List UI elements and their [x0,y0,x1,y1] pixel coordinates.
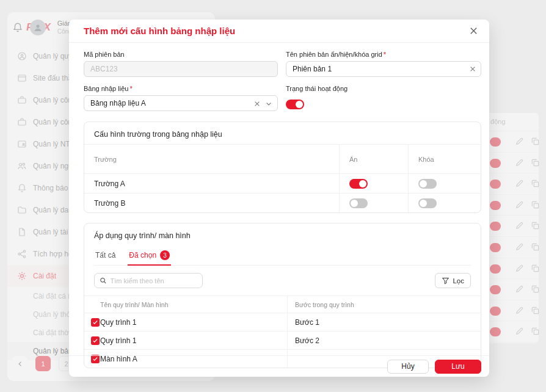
pagination-page-1[interactable]: 1 [35,356,51,371]
edit-icon[interactable] [515,285,524,294]
folder-icon [17,205,27,215]
locked-toggle[interactable] [418,179,437,189]
modal-them-moi-cau-hinh: Thêm mới cấu hình bảng nhập liệu Mã phiê… [69,20,489,377]
locked-toggle[interactable] [418,198,437,208]
copy-icon[interactable] [531,137,540,146]
copy-icon[interactable] [531,158,540,167]
copy-icon[interactable] [531,242,540,252]
search-input[interactable] [111,277,197,285]
copy-icon[interactable] [531,285,540,294]
pagination-prev-button[interactable] [12,356,27,371]
table-row: Trường B [84,193,481,212]
section-cau-hinh-truong: Cấu hình trường trong bảng nhập liệu Trư… [84,122,481,213]
bang-nhap-lieu-select[interactable]: Bảng nhập liệu A [84,95,278,111]
edit-icon[interactable] [515,200,524,209]
table-row: Trường A [84,173,481,193]
status-toggle[interactable] [490,243,501,252]
funnel-icon [442,277,450,285]
chevron-left-icon [16,360,24,368]
modal-header: Thêm mới cấu hình bảng nhập liệu [69,20,489,43]
field-name: Trường B [84,199,339,208]
chevron-down-icon[interactable] [265,100,272,107]
hidden-toggle[interactable] [349,179,368,189]
copy-icon[interactable] [531,179,540,188]
clear-icon[interactable] [253,100,261,107]
status-toggle[interactable] [490,307,501,316]
required-mark: * [384,51,386,58]
hidden-toggle[interactable] [349,198,368,208]
edit-icon[interactable] [515,306,524,315]
briefcase-icon [17,95,27,105]
row-checkbox-checked[interactable] [91,318,100,327]
field-config-table: Trường Ẩn Khóa Trường A Trường B [84,144,481,212]
field-ten-phien-ban: Tên phiên bản ẩn/hiện/khóa grid* [286,51,481,77]
search-icon [100,277,107,285]
status-toggle[interactable] [490,327,501,336]
table-row: Quy trình 1 Bước 1 [84,313,481,331]
modal-title: Thêm mới cấu hình bảng nhập liệu [84,26,235,36]
cancel-button[interactable]: Hủy [387,360,429,374]
field-label: Mã phiên bản [84,51,278,58]
trang-thai-toggle[interactable] [286,100,304,109]
status-toggle[interactable] [490,180,501,189]
modal-footer: Hủy Lưu [69,355,489,377]
ma-phien-ban-input[interactable] [84,61,278,77]
bell-icon [17,183,27,193]
process-icon [17,51,27,61]
close-icon[interactable] [469,26,478,35]
search-box [94,273,203,288]
tabs: Tất cả Đã chọn 3 [94,247,471,266]
table-header-row: Tên quy trình/ Màn hình Bước trong quy t… [84,296,481,313]
copy-icon[interactable] [531,200,540,209]
row-name: Quy trình 1 [100,336,287,345]
field-label: Trạng thái hoạt động [286,85,481,92]
edit-icon[interactable] [515,179,524,188]
copy-icon[interactable] [531,306,540,315]
filter-button[interactable]: Lọc [435,273,471,288]
copy-icon[interactable] [531,327,540,336]
notification-bell-icon[interactable] [12,22,23,33]
row-name: Quy trình 1 [100,318,287,327]
row-checkbox-checked[interactable] [91,336,100,345]
status-toggle[interactable] [490,285,501,294]
ten-phien-ban-input[interactable] [286,61,481,77]
selected-count-badge: 3 [160,250,170,260]
clear-icon[interactable] [469,65,476,73]
edit-icon[interactable] [515,242,524,252]
briefcase-icon [17,117,27,127]
app-logo: F X [26,20,51,35]
search-row: Lọc [94,273,471,288]
edit-icon[interactable] [515,158,524,167]
edit-icon[interactable] [515,264,524,273]
column-header-ten-quy-trinh: Tên quy trình/ Màn hình [100,301,287,308]
status-toggle[interactable] [490,201,501,210]
status-toggle[interactable] [490,264,501,274]
sidebar-item-label: Cài đặt [33,272,56,280]
partner-icon [17,139,27,149]
edit-icon[interactable] [515,327,524,336]
row-step: Bước 2 [287,332,481,349]
sidebar-item-label: Thông báo [33,184,68,192]
field-label: Bảng nhập liệu [84,85,128,92]
save-button[interactable]: Lưu [435,360,481,374]
tab-tat-ca[interactable]: Tất cả [95,247,115,265]
document-icon [17,227,27,237]
field-label: Tên phiên bản ẩn/hiện/khóa grid [286,51,382,58]
field-bang-nhap-lieu: Bảng nhập liệu* Bảng nhập liệu A [84,85,278,111]
section-ap-dung-quy-trinh: Áp dụng quy trình/ màn hình Tất cả Đã ch… [84,223,481,368]
status-toggle[interactable] [490,137,501,147]
copy-icon[interactable] [531,264,540,273]
check-icon [92,319,98,325]
status-toggle[interactable] [490,159,501,168]
edit-icon[interactable] [515,137,524,146]
users-icon [17,161,27,171]
column-header-buoc: Bước trong quy trình [287,296,481,313]
required-mark: * [129,85,132,92]
integration-icon [17,249,27,259]
tab-da-chon[interactable]: Đã chọn 3 [129,247,170,265]
gear-icon [17,271,27,281]
edit-icon[interactable] [515,221,524,230]
status-toggle[interactable] [490,222,501,231]
copy-icon[interactable] [531,221,540,230]
background-column-header: t động [487,118,506,125]
